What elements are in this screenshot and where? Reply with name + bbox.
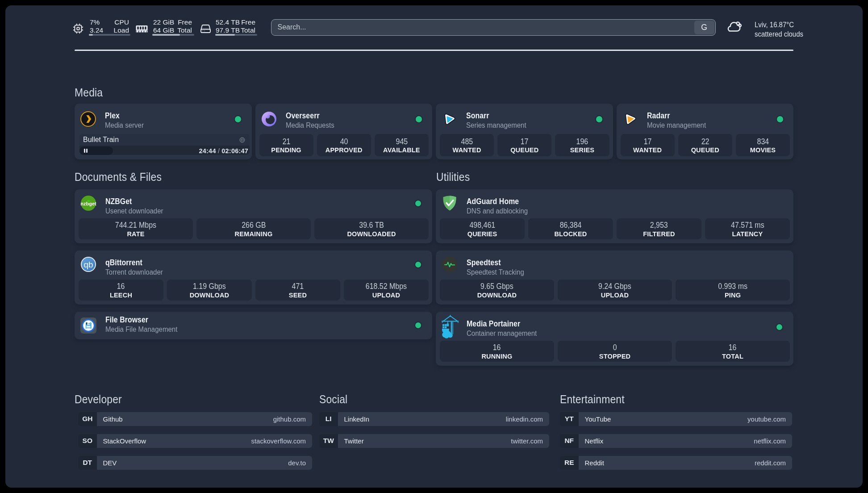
svg-text:qb: qb [83,260,93,269]
svg-text:nzbget: nzbget [80,201,96,206]
